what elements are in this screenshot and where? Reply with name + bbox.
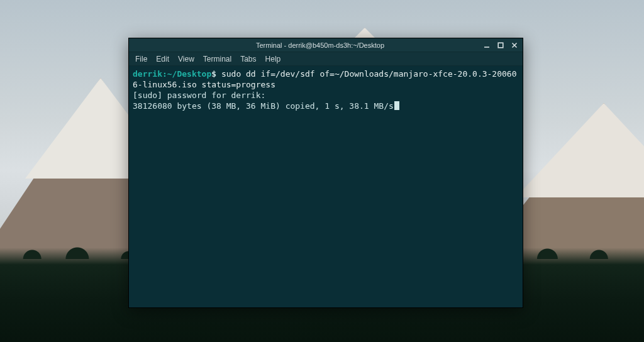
maximize-button[interactable]: [496, 41, 505, 50]
window-controls: [482, 41, 519, 50]
menu-tabs[interactable]: Tabs: [240, 55, 256, 63]
prompt-path: ~/Desktop: [167, 69, 211, 79]
menu-terminal[interactable]: Terminal: [203, 55, 231, 63]
minimize-icon: [484, 42, 490, 48]
close-icon: [511, 42, 518, 48]
output-line: [sudo] password for derrik:: [133, 91, 265, 100]
snow-shape: [516, 103, 644, 197]
cursor-icon: [394, 101, 399, 110]
terminal-window: Terminal - derrik@b450m-ds3h:~/Desktop F…: [128, 38, 523, 308]
terminal-body[interactable]: derrik:~/Desktop$ sudo dd if=/dev/sdf of…: [129, 66, 523, 307]
maximize-icon: [497, 42, 504, 48]
prompt-separator: $: [211, 69, 216, 79]
desktop-wallpaper: Terminal - derrik@b450m-ds3h:~/Desktop F…: [0, 0, 644, 342]
prompt-user-host: derrik:: [133, 69, 167, 79]
output-line: 38126080 bytes (38 MB, 36 MiB) copied, 1…: [133, 101, 394, 111]
svg-rect-1: [498, 43, 503, 48]
menu-file[interactable]: File: [135, 55, 147, 63]
menu-view[interactable]: View: [178, 55, 194, 63]
window-titlebar[interactable]: Terminal - derrik@b450m-ds3h:~/Desktop: [129, 38, 523, 52]
close-button[interactable]: [510, 41, 519, 50]
menu-edit[interactable]: Edit: [156, 55, 169, 63]
menu-help[interactable]: Help: [265, 55, 281, 63]
window-title: Terminal - derrik@b450m-ds3h:~/Desktop: [158, 41, 482, 49]
menubar: File Edit View Terminal Tabs Help: [129, 52, 523, 66]
minimize-button[interactable]: [482, 41, 491, 50]
